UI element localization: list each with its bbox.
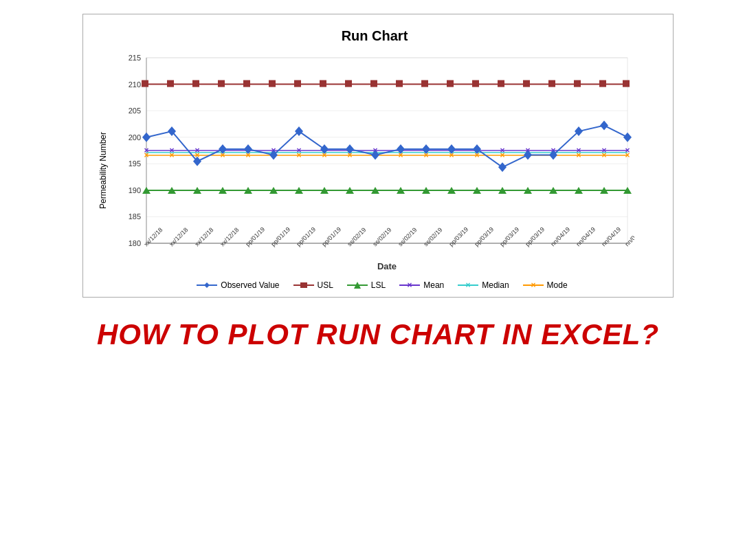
- svg-rect-52: [447, 80, 454, 87]
- svg-rect-42: [192, 80, 199, 87]
- svg-text:×: ×: [408, 281, 412, 289]
- legend-median-icon: ×: [458, 281, 478, 289]
- legend-median: × Median: [458, 280, 509, 290]
- legend-observed-icon: [197, 281, 217, 289]
- svg-rect-45: [269, 80, 276, 87]
- svg-rect-40: [142, 80, 148, 87]
- headline-text: How to Plot Run Chart in Excel?: [97, 318, 659, 351]
- svg-text:195: 195: [129, 159, 141, 168]
- svg-rect-49: [370, 80, 377, 87]
- svg-rect-57: [574, 80, 581, 87]
- svg-text:185: 185: [129, 212, 141, 221]
- legend-mode: × Mode: [523, 280, 568, 290]
- svg-rect-54: [498, 80, 504, 87]
- legend-observed: Observed Value: [197, 280, 279, 290]
- svg-text:×: ×: [144, 150, 148, 160]
- chart-container: Run Chart Permeability Number 215: [82, 14, 674, 298]
- svg-rect-58: [599, 80, 606, 87]
- svg-text:×: ×: [169, 150, 174, 160]
- y-axis-label: Permeability Number: [98, 132, 108, 209]
- legend-observed-label: Observed Value: [221, 280, 279, 290]
- svg-rect-47: [320, 80, 326, 87]
- y-axis-label-container: Permeability Number: [97, 51, 109, 290]
- svg-text:×: ×: [296, 150, 301, 160]
- legend-mode-icon: ×: [523, 281, 544, 289]
- legend-mean: × Mean: [399, 280, 444, 290]
- chart-svg: 215 210 205 200 195 190: [112, 51, 634, 271]
- legend-usl-label: USL: [318, 280, 333, 290]
- chart-legend: Observed Value USL L: [112, 280, 652, 290]
- legend-median-label: Median: [482, 280, 509, 290]
- svg-rect-53: [472, 80, 479, 87]
- svg-text:×: ×: [466, 281, 471, 289]
- legend-lsl-icon: [347, 281, 368, 289]
- chart-area: Permeability Number 215 210: [97, 51, 652, 290]
- svg-rect-148: [300, 282, 307, 288]
- svg-rect-46: [294, 80, 301, 87]
- svg-rect-56: [548, 80, 555, 87]
- svg-text:×: ×: [625, 150, 630, 160]
- svg-text:Date: Date: [377, 261, 397, 271]
- svg-text:205: 205: [129, 107, 141, 115]
- legend-lsl: LSL: [347, 280, 386, 290]
- legend-usl: USL: [293, 280, 333, 290]
- svg-text:215: 215: [129, 54, 141, 62]
- svg-rect-55: [523, 80, 530, 87]
- svg-rect-59: [623, 80, 630, 87]
- svg-text:×: ×: [531, 281, 535, 289]
- chart-title: Run Chart: [97, 28, 652, 44]
- svg-rect-50: [396, 80, 403, 87]
- legend-lsl-label: LSL: [371, 280, 386, 290]
- svg-rect-48: [345, 80, 352, 87]
- svg-text:×: ×: [576, 150, 581, 160]
- legend-usl-icon: [293, 281, 314, 289]
- svg-text:210: 210: [129, 80, 141, 89]
- svg-rect-41: [167, 80, 174, 87]
- chart-inner: 215 210 205 200 195 190: [112, 51, 652, 290]
- svg-text:180: 180: [129, 239, 141, 247]
- page-container: Run Chart Permeability Number 215: [0, 0, 756, 536]
- svg-rect-43: [218, 80, 225, 87]
- svg-rect-51: [421, 80, 428, 87]
- legend-mode-label: Mode: [547, 280, 568, 290]
- svg-marker-146: [204, 282, 210, 288]
- svg-text:×: ×: [500, 150, 504, 160]
- legend-mean-label: Mean: [423, 280, 444, 290]
- svg-text:190: 190: [129, 186, 141, 194]
- svg-rect-44: [243, 80, 250, 87]
- svg-text:×: ×: [601, 150, 606, 160]
- svg-text:200: 200: [129, 133, 141, 142]
- legend-mean-icon: ×: [399, 281, 420, 289]
